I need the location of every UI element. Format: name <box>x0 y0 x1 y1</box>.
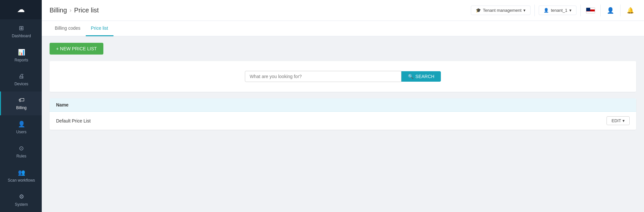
breadcrumb-separator: › <box>69 7 71 14</box>
tenant-user-button[interactable]: 👤 tenant_1 ▾ <box>539 6 577 15</box>
sidebar-logo: ☁ <box>0 0 42 19</box>
tab-billing-codes[interactable]: Billing codes <box>50 21 86 36</box>
tenant-management-button[interactable]: 🎓 Tenant management ▾ <box>471 6 531 15</box>
topbar-divider-3 <box>600 5 601 16</box>
sidebar-item-label: Scan workflows <box>8 178 35 183</box>
edit-dropdown-icon: ▾ <box>622 118 625 123</box>
topbar: Billing › Price list 🎓 Tenant management… <box>42 0 644 21</box>
topbar-divider-2 <box>580 5 581 16</box>
search-icon: 🔍 <box>408 74 413 79</box>
sidebar-item-label: Billing <box>16 106 26 110</box>
sidebar: ☁ ⊞ Dashboard 📊 Reports 🖨 Devices 🏷 Bill… <box>0 0 42 212</box>
profile-button[interactable]: 👤 <box>605 5 616 16</box>
tabs-bar: Billing codes Price list <box>42 21 644 36</box>
devices-icon: 🖨 <box>19 73 24 80</box>
topbar-divider-4 <box>620 5 621 16</box>
sidebar-item-users[interactable]: 👤 Users <box>0 115 42 139</box>
tenant-management-label: Tenant management <box>483 8 522 13</box>
sidebar-item-system[interactable]: ⚙ System <box>0 188 42 212</box>
sidebar-item-label: Rules <box>16 154 26 158</box>
table-card: Name Default Price List EDIT ▾ <box>50 98 636 130</box>
sidebar-item-billing[interactable]: 🏷 Billing <box>0 91 42 115</box>
dashboard-icon: ⊞ <box>19 24 24 32</box>
billing-icon: 🏷 <box>19 97 24 104</box>
sidebar-item-scan-workflows[interactable]: 👥 Scan workflows <box>0 164 42 188</box>
language-flag-button[interactable] <box>585 5 596 16</box>
table-header: Name <box>50 98 636 112</box>
breadcrumb-current: Price list <box>74 7 99 14</box>
row-name: Default Price List <box>56 118 91 123</box>
sidebar-item-reports[interactable]: 📊 Reports <box>0 43 42 68</box>
notifications-button[interactable]: 🔔 <box>624 5 636 16</box>
new-price-list-label: + NEW PRICE LIST <box>56 46 97 51</box>
sidebar-item-dashboard[interactable]: ⊞ Dashboard <box>0 19 42 43</box>
tab-price-list[interactable]: Price list <box>86 21 113 36</box>
page-content: + NEW PRICE LIST 🔍 SEARCH Name Default P… <box>42 36 644 136</box>
topbar-divider-1 <box>534 5 535 16</box>
tenant-user-label: tenant_1 <box>551 8 567 13</box>
column-name-header: Name <box>56 102 68 107</box>
sidebar-item-label: Reports <box>14 58 28 62</box>
users-icon: 👤 <box>18 121 25 128</box>
sidebar-item-label: Dashboard <box>12 34 31 38</box>
search-input[interactable] <box>245 71 401 82</box>
edit-button[interactable]: EDIT ▾ <box>607 116 630 125</box>
flag-icon <box>586 8 595 13</box>
sidebar-item-rules[interactable]: ⊙ Rules <box>0 139 42 164</box>
search-card: 🔍 SEARCH <box>50 61 636 92</box>
table-row: Default Price List EDIT ▾ <box>50 112 636 130</box>
system-icon: ⚙ <box>19 193 24 200</box>
topbar-right: 🎓 Tenant management ▾ 👤 tenant_1 ▾ 👤 🔔 <box>471 5 636 16</box>
new-price-list-button[interactable]: + NEW PRICE LIST <box>50 43 103 55</box>
rules-icon: ⊙ <box>19 145 24 152</box>
edit-label: EDIT <box>611 118 621 123</box>
profile-icon: 👤 <box>607 7 614 14</box>
scan-workflows-icon: 👥 <box>18 169 25 176</box>
sidebar-item-label: Users <box>16 130 26 134</box>
content-area: Billing codes Price list + NEW PRICE LIS… <box>42 21 644 212</box>
search-button-label: SEARCH <box>415 74 434 79</box>
sidebar-item-label: System <box>15 202 28 207</box>
breadcrumb-root: Billing <box>50 7 67 14</box>
tenant-user-chevron: ▾ <box>569 8 572 13</box>
tenant-management-icon: 🎓 <box>476 8 481 13</box>
sidebar-item-label: Devices <box>14 82 28 86</box>
reports-icon: 📊 <box>18 49 25 56</box>
user-icon: 👤 <box>544 8 549 13</box>
search-button[interactable]: 🔍 SEARCH <box>401 71 441 82</box>
breadcrumb: Billing › Price list <box>50 7 99 14</box>
tenant-management-chevron: ▾ <box>523 8 526 13</box>
bell-icon: 🔔 <box>627 7 634 14</box>
sidebar-item-devices[interactable]: 🖨 Devices <box>0 68 42 91</box>
main-area: Billing › Price list 🎓 Tenant management… <box>42 0 644 212</box>
